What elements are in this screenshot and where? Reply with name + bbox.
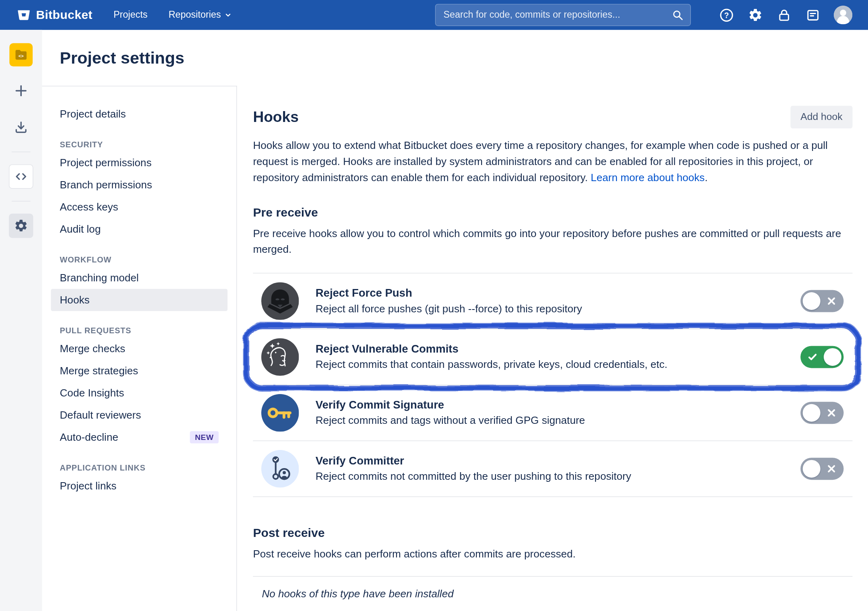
divider: [12, 201, 31, 201]
lock-icon[interactable]: [777, 8, 792, 23]
nav-auto-decline[interactable]: Auto-decline NEW: [51, 426, 228, 448]
post-receive-empty-text: No hooks of this type have been installe…: [253, 576, 852, 600]
nav-default-reviewers[interactable]: Default reviewers: [51, 404, 228, 426]
hooks-intro: Hooks allow you to extend what Bitbucket…: [253, 137, 852, 185]
settings-nav: Project details SECURITY Project permiss…: [42, 86, 237, 611]
brand-name: Bitbucket: [36, 8, 92, 22]
page-header: Project settings: [42, 30, 868, 85]
search-input[interactable]: [443, 9, 672, 21]
check-icon: [808, 352, 818, 362]
nav-projects[interactable]: Projects: [114, 9, 147, 21]
nav-hooks[interactable]: Hooks: [51, 289, 228, 311]
hook-toggle[interactable]: [800, 458, 843, 480]
hook-name: Verify Committer: [316, 454, 631, 467]
hooks-intro-period: .: [705, 171, 707, 183]
nav-repositories[interactable]: Repositories: [169, 9, 233, 21]
hook-row-reject-force-push: Reject Force Push Reject all force pushe…: [253, 273, 852, 329]
pre-receive-heading: Pre receive: [253, 205, 852, 220]
nav-project-details[interactable]: Project details: [51, 103, 228, 125]
chevron-down-icon: [223, 10, 232, 19]
plus-icon: [14, 84, 28, 98]
hook-toggle[interactable]: [800, 346, 843, 368]
nav-project-permissions[interactable]: Project permissions: [51, 151, 228, 173]
cross-icon: [827, 464, 837, 474]
nav-repositories-label: Repositories: [169, 9, 221, 21]
new-badge: NEW: [190, 431, 219, 443]
post-receive-description: Post receive hooks can perform actions a…: [253, 545, 852, 561]
hook-row-verify-commit-signature: Verify Commit Signature Reject commits a…: [253, 385, 852, 441]
svg-text:<>: <>: [19, 54, 24, 58]
hook-name: Reject Vulnerable Commits: [316, 343, 668, 355]
nav-branch-permissions[interactable]: Branch permissions: [51, 173, 228, 196]
create-button[interactable]: [9, 78, 33, 103]
global-search: [435, 4, 691, 26]
hook-row-verify-committer: Verify Committer Reject commits not comm…: [253, 441, 852, 497]
hooks-intro-text: Hooks allow you to extend what Bitbucket…: [253, 139, 828, 183]
divider: [12, 152, 31, 152]
post-receive-heading: Post receive: [253, 526, 852, 540]
hook-description: Reject all force pushes (git push --forc…: [316, 303, 582, 315]
pre-receive-hook-list: Reject Force Push Reject all force pushe…: [253, 272, 852, 497]
nav-code-insights[interactable]: Code Insights: [51, 382, 228, 404]
hook-description: Reject commits not committed by the user…: [316, 471, 631, 483]
settings-page: Project settings Project details SECURIT…: [42, 30, 868, 611]
top-navigation: Bitbucket Projects Repositories ?: [0, 0, 868, 30]
code-icon: [14, 169, 28, 184]
toggle-knob: [824, 348, 841, 365]
learn-more-link[interactable]: Learn more about hooks: [591, 171, 705, 183]
add-hook-button[interactable]: Add hook: [790, 105, 852, 128]
cross-icon: [827, 296, 837, 306]
key-icon: [261, 394, 299, 431]
hook-description: Reject commits and tags without a verifi…: [316, 415, 585, 427]
clone-button[interactable]: [9, 115, 33, 140]
face-sparkles-icon: [261, 338, 299, 376]
committer-graph-icon: [261, 450, 299, 487]
hook-description: Reject commits that contain passwords, p…: [316, 359, 668, 371]
hook-name: Verify Commit Signature: [316, 398, 585, 411]
user-avatar[interactable]: [834, 6, 853, 25]
nav-access-keys[interactable]: Access keys: [51, 196, 228, 218]
project-avatar[interactable]: <>: [9, 43, 33, 66]
nav-section-application-links: APPLICATION LINKS: [60, 463, 228, 472]
bitbucket-home-link[interactable]: Bitbucket: [17, 8, 92, 22]
download-icon: [14, 120, 28, 134]
hook-toggle[interactable]: [800, 402, 843, 424]
toggle-knob: [803, 292, 820, 310]
nav-merge-strategies[interactable]: Merge strategies: [51, 359, 228, 382]
cross-icon: [827, 408, 837, 418]
hook-name: Reject Force Push: [316, 287, 582, 299]
nav-audit-log[interactable]: Audit log: [51, 218, 228, 240]
project-folder-icon: <>: [13, 47, 29, 63]
hook-row-reject-vulnerable-commits: Reject Vulnerable Commits Reject commits…: [253, 329, 852, 385]
toggle-knob: [803, 460, 820, 477]
hooks-panel: Hooks Add hook Hooks allow you to extend…: [237, 86, 868, 611]
global-sidebar: <>: [0, 30, 42, 611]
page-title: Project settings: [60, 49, 868, 68]
nav-section-workflow: WORKFLOW: [60, 255, 228, 264]
nav-section-pull-requests: PULL REQUESTS: [60, 326, 228, 334]
nav-auto-decline-label: Auto-decline: [60, 431, 118, 443]
gear-icon[interactable]: [748, 8, 763, 23]
feedback-icon[interactable]: [806, 8, 820, 23]
toggle-knob: [803, 404, 820, 421]
vader-icon: [261, 282, 299, 320]
nav-section-security: SECURITY: [60, 140, 228, 149]
search-icon[interactable]: [672, 9, 684, 21]
hook-toggle[interactable]: [800, 290, 843, 312]
nav-branching-model[interactable]: Branching model: [51, 266, 228, 289]
pre-receive-description: Pre receive hooks allow you to control w…: [253, 225, 852, 257]
settings-button[interactable]: [9, 214, 33, 238]
nav-project-links[interactable]: Project links: [51, 475, 228, 497]
help-icon[interactable]: ?: [719, 8, 734, 23]
hooks-heading: Hooks: [253, 108, 298, 126]
svg-text:?: ?: [724, 11, 729, 19]
nav-merge-checks[interactable]: Merge checks: [51, 337, 228, 359]
bitbucket-app: Bitbucket Projects Repositories ?: [0, 0, 868, 611]
post-receive-hook-list: No hooks of this type have been installe…: [253, 576, 852, 600]
settings-gear-icon: [14, 219, 28, 233]
source-button[interactable]: [9, 164, 33, 189]
bitbucket-logo-icon: [17, 8, 31, 22]
